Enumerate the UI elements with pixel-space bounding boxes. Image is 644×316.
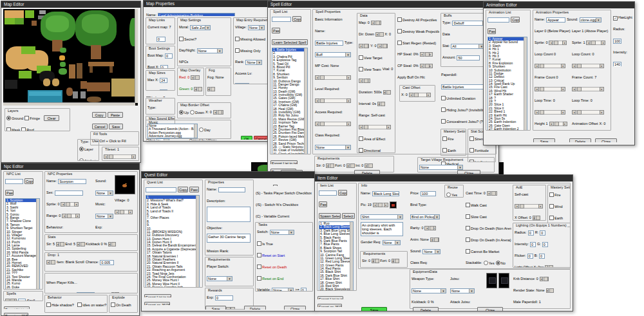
- yes-radio[interactable]: Yes: [484, 261, 495, 266]
- reset-on-end-checkbox[interactable]: Reset on End: [257, 276, 283, 281]
- textbox[interactable]: 50: [160, 89, 167, 91]
- ground-radio[interactable]: Ground: [6, 116, 23, 121]
- is-true-checkbox[interactable]: Is True: [257, 241, 273, 246]
- textbox[interactable]: [218, 187, 245, 192]
- copy-button[interactable]: Copy: [292, 16, 301, 22]
- bind-on-pickup-dropdown[interactable]: Bind on Pickup▾: [410, 214, 440, 219]
- tileset-canvas[interactable]: [3, 9, 138, 106]
- area-of-effect-checkbox[interactable]: Area of Effect: [359, 136, 385, 142]
- past-button[interactable]: Past: [488, 28, 496, 34]
- none-dropdown[interactable]: None▾: [450, 288, 475, 293]
- textbox[interactable]: 0: [530, 242, 536, 247]
- textbox[interactable]: 140: [613, 62, 621, 66]
- slider[interactable]: ◂▸: [535, 87, 565, 91]
- slider[interactable]: ◂▸: [359, 79, 370, 83]
- indoors-checkbox[interactable]: ✓Indoors?: [146, 96, 165, 97]
- slider[interactable]: ◂▸: [315, 98, 351, 103]
- secret-checkbox[interactable]: Secret?: [179, 37, 196, 42]
- none-dropdown[interactable]: None▾: [383, 240, 401, 245]
- slider[interactable]: ◂▸: [62, 214, 80, 218]
- slider[interactable]: ◂▸: [392, 259, 399, 263]
- slider[interactable]: ◂▸: [207, 87, 213, 91]
- export-list-to-txt-button[interactable]: Export List to txt: [144, 294, 171, 297]
- list-item[interactable]: 31. Cloak of Invisibility Technique: [272, 153, 307, 154]
- export-as-json-button[interactable]: Export as JSON: [317, 304, 342, 307]
- textbox[interactable]: [5, 179, 23, 184]
- ok-button[interactable]: OK: [241, 136, 252, 140]
- up-radio[interactable]: Up: [179, 110, 189, 115]
- slow-cast-checkbox[interactable]: Slow Cast: [466, 214, 487, 219]
- slider[interactable]: ◂▸: [572, 110, 604, 115]
- cancel-button[interactable]: Cancel: [254, 136, 268, 140]
- slider[interactable]: ◂▸: [535, 110, 565, 115]
- spawn-selected-button[interactable]: Spawn Selected: [319, 213, 341, 219]
- drop-on-death-non-arena-checkbox[interactable]: Drop On Death (Non Arena): [466, 226, 511, 231]
- anims-listbox[interactable]: 1: Appear2: Appear No Sound3: Slash4: Hi…: [488, 37, 527, 131]
- item-editor-titlebar[interactable]: Item Editor: [315, 175, 573, 181]
- slider[interactable]: ◂▸: [586, 41, 605, 45]
- none-dropdown[interactable]: None▾: [315, 145, 351, 150]
- textarea[interactable]: Gather 30 Canine fangs: [207, 234, 251, 243]
- textbox[interactable]: Black Long Sleeved Shir: [372, 191, 399, 196]
- slider[interactable]: ◂▸: [420, 64, 433, 68]
- list-item[interactable]: 20. Black Sleeveless Shirt: [319, 288, 353, 291]
- textbox[interactable]: Scorpion: [58, 179, 86, 184]
- start-regen-rested-checkbox[interactable]: Start Regen (Rested): [397, 41, 436, 46]
- wind-checkbox[interactable]: Wind: [549, 204, 563, 209]
- past-button[interactable]: Past: [189, 187, 199, 192]
- hiding-jutsu-invisibility-checkbox[interactable]: Hiding Jutsu? (Invisibility): [441, 107, 486, 113]
- items-listbox[interactable]: 1. Ryo2. Black Long Sleeved Shirt3. Dark…: [319, 221, 354, 291]
- slider[interactable]: ◂▸: [373, 203, 388, 207]
- textbox[interactable]: [146, 187, 176, 192]
- none-dropdown[interactable]: None▾: [248, 25, 265, 30]
- delete-button[interactable]: Delete: [244, 306, 266, 310]
- missing-only-checkbox[interactable]: Missing Only: [235, 48, 260, 53]
- list-item[interactable]: 27. Rescue Grandpa Iroh: [146, 286, 199, 288]
- cancel-button[interactable]: Cancel: [92, 124, 108, 129]
- textbox[interactable]: 50: [457, 55, 480, 60]
- day-radio[interactable]: Day: [199, 127, 211, 133]
- textbox[interactable]: 24: [160, 78, 167, 83]
- slider[interactable]: ◂▸: [115, 210, 133, 214]
- textbox[interactable]: 100: [421, 191, 436, 196]
- haslight-checkbox[interactable]: ✓HasLight: [613, 15, 632, 21]
- no-radio[interactable]: No: [496, 261, 506, 266]
- slider[interactable]: ◂▸: [104, 154, 136, 159]
- textbox[interactable]: 0: [301, 288, 307, 292]
- mask-checkbox[interactable]: Mask: [6, 127, 20, 131]
- earth-checkbox[interactable]: Earth: [442, 148, 456, 153]
- slider[interactable]: ◂▸: [377, 44, 388, 48]
- textarea[interactable]: [207, 207, 251, 222]
- v-scrollbar[interactable]: [135, 9, 138, 103]
- map-editor-titlebar[interactable]: Map Editor: [1, 1, 140, 8]
- close-button[interactable]: Close: [284, 306, 306, 310]
- copy-button[interactable]: Copy: [92, 112, 106, 118]
- slider[interactable]: ◂▸: [545, 265, 553, 268]
- cannot-be-market-checkbox[interactable]: Cannot Be Market: [466, 249, 499, 254]
- learn-selected-spell-button[interactable]: Learn Selected Spell: [272, 39, 308, 45]
- drop-on-death-in-arena-checkbox[interactable]: Drop On Death (In Arena): [466, 237, 511, 243]
- list-item[interactable]: 27: Earth Indention 2: [488, 127, 527, 131]
- on-death-checkbox[interactable]: On Death: [111, 302, 131, 308]
- v-scrollbar[interactable]: [196, 196, 199, 288]
- slider[interactable]: ◂▸: [420, 52, 433, 57]
- slider[interactable]: ◂▸: [315, 75, 351, 80]
- idles-on-water-checkbox[interactable]: Idles on water?: [77, 302, 106, 308]
- close-button[interactable]: Close: [457, 170, 480, 174]
- slider[interactable]: ◂▸: [108, 242, 115, 246]
- view-target-checkbox[interactable]: View Target: [359, 55, 383, 60]
- attribute-radio[interactable]: Attribute: [79, 158, 97, 161]
- reset-on-start-checkbox[interactable]: Reset on Start: [257, 253, 285, 258]
- map-properties-titlebar[interactable]: Map Properties: [144, 1, 271, 7]
- textbox[interactable]: 0: [165, 53, 173, 59]
- directional-checkbox[interactable]: Directional: [359, 148, 381, 153]
- destroy-all-projectiles-checkbox[interactable]: Destroy All Projectiles: [397, 17, 437, 23]
- export-as-json-button[interactable]: Export as JSON: [144, 302, 170, 305]
- slider[interactable]: ◂▸: [213, 110, 223, 115]
- slider[interactable]: ◂▸: [315, 122, 351, 126]
- none-dropdown[interactable]: None▾: [197, 48, 223, 53]
- close-button[interactable]: Close: [595, 138, 617, 142]
- textarea[interactable]: An ordinary shirt with long sleeves. Eac…: [361, 222, 403, 236]
- slider[interactable]: ◂▸: [77, 242, 84, 246]
- slider[interactable]: ◂▸: [372, 259, 379, 263]
